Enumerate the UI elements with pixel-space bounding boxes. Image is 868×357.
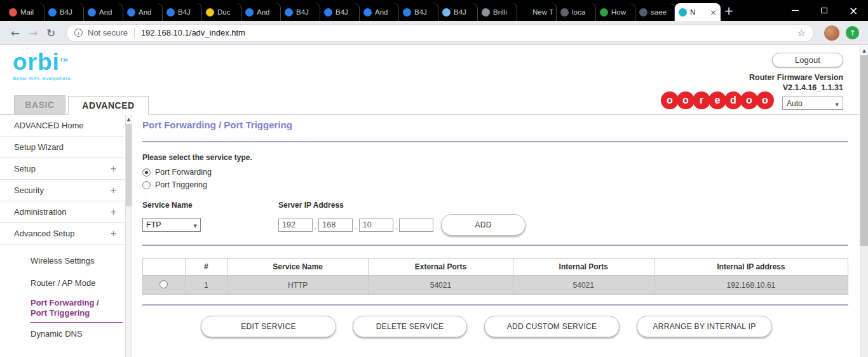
profile-avatar[interactable] [824, 25, 839, 41]
tab-label: N [690, 8, 695, 16]
browser-tab-active[interactable]: N × [675, 3, 721, 21]
sidebar-item-setup-wizard[interactable]: Setup Wizard [0, 137, 125, 158]
browser-tab[interactable]: Mail [5, 3, 44, 21]
mail-favicon-icon [9, 8, 17, 17]
address-bar[interactable]: Not secure 192.168.10.1/adv_index.htm ☆ [66, 24, 814, 42]
sidebar-item-administration[interactable]: Administration+ [0, 201, 125, 223]
b4x-favicon-icon [48, 8, 57, 17]
ip-octet-4-input[interactable] [399, 219, 433, 232]
ip-octet-2-input[interactable] [318, 219, 353, 232]
tab-label: B4J [414, 8, 427, 16]
logout-button[interactable]: Logout [772, 53, 843, 67]
sidebar-item-setup[interactable]: Setup+ [0, 158, 125, 180]
tab-label: B4J [178, 8, 191, 16]
divider [134, 28, 135, 38]
browser-tab[interactable]: saee [635, 3, 675, 21]
tab-label: B4J [60, 8, 72, 16]
tab-label: B4J [454, 8, 466, 16]
edit-service-button[interactable]: EDIT SERVICE [201, 316, 336, 337]
browser-tab[interactable]: And [241, 3, 281, 21]
sidebar-item-router-ap-mode[interactable]: Router / AP Mode [0, 272, 125, 294]
column-header-number: # [185, 259, 227, 276]
router-admin-page: orbiTM Better WiFi. Everywhere. Logout R… [0, 45, 860, 357]
trademark-label: TM [60, 57, 69, 63]
brand-letter: o [756, 91, 774, 109]
sidebar-item-label: Administration [14, 201, 66, 222]
sidebar-item-label: Setup Wizard [14, 137, 64, 158]
sidebar-item-wireless-settings[interactable]: Wireless Settings [0, 250, 125, 272]
separator [142, 141, 848, 142]
browser-tab[interactable]: B4J [44, 3, 84, 21]
browser-tab[interactable]: And [123, 3, 163, 21]
add-button[interactable]: ADD [441, 214, 526, 236]
site-favicon-icon [639, 8, 648, 17]
minimize-button[interactable] [780, 0, 810, 21]
separator [142, 304, 848, 306]
sidebar-item-port-forwarding[interactable]: Port Forwarding / Port Triggering [31, 294, 123, 323]
tab-close-icon[interactable]: × [710, 8, 717, 17]
forward-button[interactable]: → [24, 24, 42, 42]
browser-tab[interactable]: And [84, 3, 123, 21]
page-scrollbar[interactable] [860, 46, 868, 357]
maximize-button[interactable] [810, 0, 839, 21]
sidebar-scrollbar[interactable] [125, 115, 132, 357]
browser-tab[interactable]: New Tab [517, 3, 557, 21]
sidebar-subitems: Wireless Settings Router / AP Mode Port … [0, 250, 125, 345]
row-number-cell: 1 [185, 276, 227, 295]
back-button[interactable]: ← [6, 24, 24, 42]
sidebar-item-dynamic-dns[interactable]: Dynamic DNS [0, 323, 125, 345]
scrollbar-thumb[interactable] [860, 55, 868, 246]
browser-tab[interactable]: B4J [281, 3, 320, 21]
add-custom-service-button[interactable]: ADD CUSTOM SERVICE [484, 316, 620, 337]
browser-tab[interactable]: B4J [438, 3, 478, 21]
language-dropdown[interactable]: Auto [782, 97, 843, 110]
arrange-by-internal-ip-button[interactable]: ARRANGE BY INTERNAL IP [637, 316, 772, 337]
sidebar-item-security[interactable]: Security+ [0, 180, 125, 201]
column-header-select [143, 259, 186, 276]
expand-plus-icon: + [111, 223, 116, 244]
brand-letter: o [677, 91, 695, 109]
browser-tab[interactable]: And [360, 3, 399, 21]
browser-tab[interactable]: B4J [163, 3, 202, 21]
row-select-radio[interactable] [159, 280, 168, 288]
close-button[interactable] [839, 0, 868, 21]
info-icon[interactable] [74, 29, 83, 37]
reload-button[interactable]: ↻ [42, 24, 60, 42]
tab-basic[interactable]: BASIC [14, 95, 65, 114]
port-triggering-radio[interactable] [142, 181, 151, 189]
sidebar-item-advanced-setup[interactable]: Advanced Setup+ [0, 223, 125, 245]
port-forwarding-radio[interactable] [142, 168, 151, 177]
browser-tab[interactable]: How [596, 3, 635, 21]
browser-tab[interactable]: loca [557, 3, 596, 21]
browser-tab[interactable]: B4J [320, 3, 360, 21]
new-tab-button[interactable]: + [721, 3, 737, 19]
sidebar-item-label: Advanced Setup [14, 223, 74, 244]
content-area: ADVANCED Home Setup Wizard Setup+ Securi… [0, 115, 860, 357]
ip-octet-3-input[interactable] [359, 219, 393, 232]
sidebar-item-label: Security [14, 180, 44, 201]
bookmark-star-icon[interactable]: ☆ [797, 27, 806, 39]
scroll-up-icon[interactable] [126, 115, 132, 124]
browser-toolbar: ← → ↻ Not secure 192.168.10.1/adv_index.… [0, 21, 868, 45]
brand-letter: e [709, 91, 726, 109]
browser-update-icon[interactable] [846, 26, 859, 39]
expand-plus-icon: + [111, 158, 116, 179]
ooredoo-logo: o o r e d o o [661, 91, 774, 109]
scroll-up-icon[interactable] [860, 46, 868, 55]
delete-service-button[interactable]: DELETE SERVICE [353, 316, 467, 337]
server-ip-label: Server IP Address [278, 201, 344, 210]
docs-favicon-icon [442, 8, 451, 17]
tab-advanced[interactable]: ADVANCED [68, 96, 149, 115]
sidebar-item-advanced-home[interactable]: ADVANCED Home [0, 115, 125, 137]
b4x-favicon-icon [88, 8, 96, 17]
brand-letter: o [740, 91, 758, 109]
ip-octet-1-input[interactable] [278, 219, 313, 232]
tab-label: And [139, 8, 151, 16]
security-label: Not secure [88, 28, 128, 37]
browser-tab[interactable]: Brilli [478, 3, 517, 21]
browser-tab[interactable]: Duc [202, 3, 241, 21]
scrollbar-thumb[interactable] [126, 124, 132, 206]
browser-tabstrip: Mail B4J And And B4J Duc And B4J B4J And… [0, 0, 868, 21]
service-name-dropdown[interactable]: FTP [142, 218, 201, 232]
browser-tab[interactable]: B4J [399, 3, 438, 21]
